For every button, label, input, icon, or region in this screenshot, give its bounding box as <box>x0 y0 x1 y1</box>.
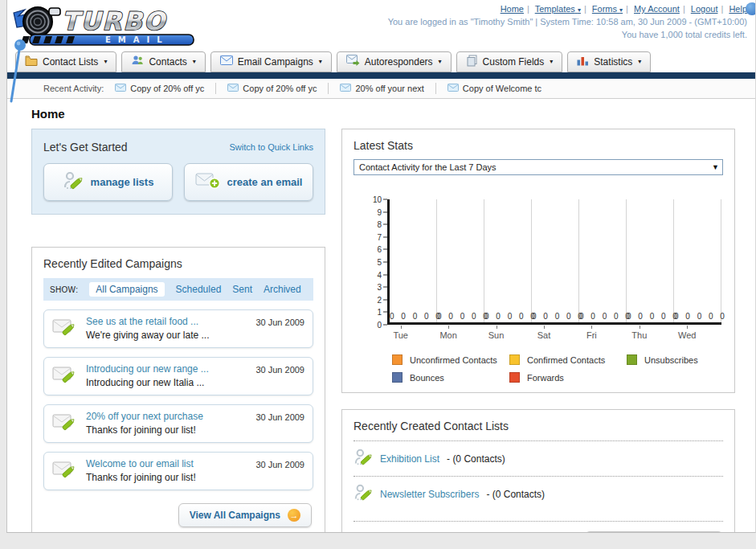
contact-list-row[interactable]: Newsletter Subscribers - (0 Contacts) <box>353 476 723 511</box>
header: TURBO EMAIL Home| Templates ▾| Forms ▾| … <box>7 0 755 50</box>
legend-swatch <box>392 354 403 365</box>
envelope-icon <box>447 84 459 93</box>
chart-y-axis: 109876543210 <box>366 199 387 325</box>
divider: | <box>527 4 529 14</box>
view-all-campaigns-button[interactable]: View All Campaigns → <box>178 503 312 527</box>
latest-stats-title: Latest Stats <box>353 139 723 152</box>
x-axis-label: Sun <box>472 325 520 340</box>
tab-label: Custom Fields <box>483 56 545 68</box>
svg-text:EMAIL: EMAIL <box>105 35 170 44</box>
legend-label: Bounces <box>410 373 444 383</box>
manage-lists-button[interactable]: manage lists <box>43 163 173 201</box>
person-pencil-icon <box>353 482 373 506</box>
chart-legend: Unconfirmed ContactsConfirmed ContactsUn… <box>392 354 746 383</box>
recent-activity-item[interactable]: Copy of 20% off yc <box>227 84 317 93</box>
switch-quick-links[interactable]: Switch to Quick Links <box>229 142 313 152</box>
statistics-icon <box>577 55 589 68</box>
envelope-icon <box>115 84 126 93</box>
tab-label: Contacts <box>149 56 186 68</box>
callout-pin-icon <box>9 37 30 104</box>
link-templates[interactable]: Templates ▾ <box>535 4 581 14</box>
stats-dropdown-value: Contact Activity for the Last 7 Days <box>359 162 497 172</box>
see-all-contact-lists-button[interactable]: See All Contact Lists → <box>585 531 723 533</box>
contact-list-link[interactable]: Exhibition List <box>380 453 439 465</box>
chart-x-labels: TueMonSunSatFriThuWed <box>377 325 711 340</box>
create-email-button[interactable]: create an email <box>184 163 313 201</box>
divider <box>435 83 436 94</box>
chevron-down-icon: ▾ <box>193 58 196 65</box>
recent-activity-item[interactable]: Copy of 20% off yc <box>115 84 204 93</box>
legend-item: Forwards <box>509 372 627 383</box>
main-nav: Contact Lists ▾ Contacts ▾ Email Campaig… <box>7 50 755 72</box>
x-axis-label: Fri <box>568 325 615 340</box>
contact-list-count: - (0 Contacts) <box>486 489 545 500</box>
chevron-down-icon: ▾ <box>619 6 623 14</box>
campaign-row[interactable]: Introducing our new range ... Introducin… <box>43 357 313 395</box>
y-axis-tick: 10 <box>373 195 387 204</box>
contacts-icon <box>131 55 144 68</box>
person-pencil-icon <box>353 447 373 470</box>
x-axis-label: Sat <box>520 325 567 340</box>
filter-all-campaigns[interactable]: All Campaigns <box>89 282 164 297</box>
chart-value-labels: 0 0 0 0 0 <box>579 312 626 321</box>
campaign-row[interactable]: 20% off your next purchase Thanks for jo… <box>43 404 313 443</box>
y-axis-tick: 1 <box>377 308 387 317</box>
y-axis-tick: 8 <box>377 220 387 229</box>
envelope-icon <box>220 55 233 68</box>
legend-label: Unconfirmed Contacts <box>410 355 497 365</box>
recent-activity-bar: Recent Activity: Copy of 20% off yc Copy… <box>7 79 755 99</box>
chart-value-labels: 0 0 0 0 0 <box>627 312 673 321</box>
tab-email-campaigns[interactable]: Email Campaigns ▾ <box>210 51 332 72</box>
chart-day-column: 0 0 0 0 0 <box>674 199 721 322</box>
autoresponder-icon <box>346 55 360 68</box>
x-axis-label: Mon <box>424 325 472 340</box>
latest-stats-panel: Latest Stats Contact Activity for the La… <box>341 129 735 393</box>
campaign-subtitle: We're giving away our late ... <box>86 330 247 341</box>
link-my-account[interactable]: My Account <box>634 4 680 14</box>
y-axis-tick: 4 <box>377 270 387 279</box>
contact-list-link[interactable]: Newsletter Subscribers <box>380 489 479 500</box>
filter-archived[interactable]: Archived <box>264 284 301 295</box>
campaign-title-link[interactable]: Welcome to our email list <box>86 458 247 469</box>
get-started-title: Let's Get Started <box>43 141 128 154</box>
link-home[interactable]: Home <box>501 4 524 14</box>
campaign-subtitle: Introducing our new Italia ... <box>86 377 247 388</box>
button-label: create an email <box>227 176 303 188</box>
chart-day-column: 0 0 0 0 0 <box>532 199 579 322</box>
contact-activity-chart: 109876543210 0 0 0 0 00 0 0 0 00 0 0 0 0… <box>353 199 723 325</box>
contact-list-count: - (0 Contacts) <box>447 453 505 465</box>
recent-activity-item[interactable]: Copy of Welcome tc <box>447 84 541 93</box>
legend-label: Confirmed Contacts <box>527 355 605 365</box>
recent-activity-item[interactable]: 20% off your next <box>340 84 423 93</box>
divider <box>328 83 329 94</box>
contact-list-row[interactable]: Exhibition List - (0 Contacts) <box>353 440 723 476</box>
campaign-title-link[interactable]: See us at the retail food ... <box>86 316 247 327</box>
legend-swatch <box>627 354 637 365</box>
tab-statistics[interactable]: Statistics ▾ <box>567 51 651 72</box>
divider: | <box>683 4 685 14</box>
recently-edited-campaigns-panel: Recently Edited Campaigns SHOW: All Camp… <box>31 247 325 533</box>
tab-contact-lists[interactable]: Contact Lists ▾ <box>15 51 116 72</box>
envelope-pencil-icon <box>52 411 78 436</box>
link-forms[interactable]: Forms ▾ <box>592 4 623 14</box>
chart-day-column: 0 0 0 0 0 <box>390 199 437 322</box>
tab-label: Autoresponders <box>365 56 433 68</box>
tab-custom-fields[interactable]: Custom Fields ▾ <box>456 51 563 72</box>
stats-dropdown[interactable]: Contact Activity for the Last 7 Days ▼ <box>353 159 723 175</box>
tab-contacts[interactable]: Contacts ▾ <box>121 51 205 72</box>
campaign-subtitle: Thanks for joining our list! <box>86 424 247 436</box>
campaign-title-link[interactable]: 20% off your next purchase <box>86 411 247 422</box>
divider: | <box>626 4 628 14</box>
campaign-row[interactable]: See us at the retail food ... We're givi… <box>43 309 313 348</box>
campaign-title-link[interactable]: Introducing our new range ... <box>86 363 247 375</box>
campaign-row[interactable]: Welcome to our email list Thanks for joi… <box>43 452 313 490</box>
link-logout[interactable]: Logout <box>691 4 718 14</box>
filter-sent[interactable]: Sent <box>232 284 252 295</box>
tab-label: Email Campaigns <box>238 56 313 68</box>
link-help[interactable]: Help <box>729 4 747 14</box>
recently-created-contact-lists-panel: Recently Created Contact Lists Exhibitio… <box>341 409 735 533</box>
tab-autoresponders[interactable]: Autoresponders ▾ <box>337 51 452 72</box>
legend-swatch <box>509 372 520 383</box>
chevron-down-icon: ▾ <box>578 6 581 14</box>
filter-scheduled[interactable]: Scheduled <box>176 284 222 295</box>
